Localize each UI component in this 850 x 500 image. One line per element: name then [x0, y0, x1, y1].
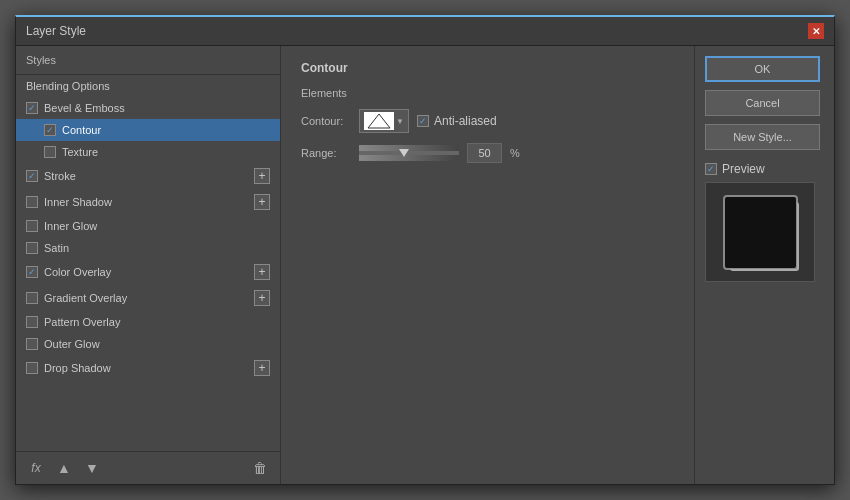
anti-alias-row: Anti-aliased — [417, 114, 497, 128]
range-track — [359, 151, 459, 155]
preview-inner — [723, 195, 798, 270]
layer-style-dialog: Layer Style ✕ Styles Blending Options Be… — [15, 15, 835, 485]
cancel-button[interactable]: Cancel — [705, 90, 820, 116]
new-style-button[interactable]: New Style... — [705, 124, 820, 150]
contour-section: Contour Elements Contour: ▼ — [301, 61, 674, 163]
sidebar-item-inner-shadow[interactable]: Inner Shadow + — [16, 189, 280, 215]
gradient-overlay-label: Gradient Overlay — [44, 292, 127, 304]
sidebar-item-bevel-emboss[interactable]: Bevel & Emboss — [16, 97, 280, 119]
sidebar-item-satin[interactable]: Satin — [16, 237, 280, 259]
sidebar-item-stroke[interactable]: Stroke + — [16, 163, 280, 189]
stroke-checkbox[interactable] — [26, 170, 38, 182]
sidebar-item-outer-glow[interactable]: Outer Glow — [16, 333, 280, 355]
left-panel: Styles Blending Options Bevel & Emboss C… — [16, 46, 281, 484]
fx-button[interactable]: fx — [26, 458, 46, 478]
gradient-overlay-checkbox[interactable] — [26, 292, 38, 304]
preview-label: Preview — [722, 162, 765, 176]
drop-shadow-label: Drop Shadow — [44, 362, 111, 374]
satin-label: Satin — [44, 242, 69, 254]
sidebar-item-texture[interactable]: Texture — [16, 141, 280, 163]
left-footer: fx ▲ ▼ 🗑 — [16, 451, 280, 484]
contour-dropdown-arrow: ▼ — [396, 117, 404, 126]
contour-field-label: Contour: — [301, 115, 351, 127]
gradient-overlay-plus-button[interactable]: + — [254, 290, 270, 306]
range-handle — [399, 149, 409, 157]
drop-shadow-plus-button[interactable]: + — [254, 360, 270, 376]
bevel-emboss-label: Bevel & Emboss — [44, 102, 125, 114]
range-field-label: Range: — [301, 147, 351, 159]
outer-glow-label: Outer Glow — [44, 338, 100, 350]
stroke-label: Stroke — [44, 170, 76, 182]
delete-button[interactable]: 🗑 — [250, 458, 270, 478]
stroke-plus-button[interactable]: + — [254, 168, 270, 184]
sidebar-item-drop-shadow[interactable]: Drop Shadow + — [16, 355, 280, 381]
sidebar-item-contour[interactable]: Contour — [16, 119, 280, 141]
contour-preview — [364, 112, 394, 130]
move-up-button[interactable]: ▲ — [54, 458, 74, 478]
blending-options-label: Blending Options — [26, 80, 110, 92]
range-value[interactable]: 50 — [467, 143, 502, 163]
color-overlay-checkbox[interactable] — [26, 266, 38, 278]
inner-shadow-plus-button[interactable]: + — [254, 194, 270, 210]
preview-checkbox-row: Preview — [705, 162, 765, 176]
contour-picker[interactable]: ▼ — [359, 109, 409, 133]
sidebar-item-pattern-overlay[interactable]: Pattern Overlay — [16, 311, 280, 333]
inner-glow-label: Inner Glow — [44, 220, 97, 232]
layer-list: Blending Options Bevel & Emboss Contour … — [16, 75, 280, 451]
sidebar-item-gradient-overlay[interactable]: Gradient Overlay + — [16, 285, 280, 311]
drop-shadow-checkbox[interactable] — [26, 362, 38, 374]
pattern-overlay-checkbox[interactable] — [26, 316, 38, 328]
sidebar-item-blending-options[interactable]: Blending Options — [16, 75, 280, 97]
bevel-emboss-checkbox[interactable] — [26, 102, 38, 114]
texture-label: Texture — [62, 146, 98, 158]
sidebar-item-color-overlay[interactable]: Color Overlay + — [16, 259, 280, 285]
styles-header: Styles — [16, 46, 280, 75]
sidebar-item-inner-glow[interactable]: Inner Glow — [16, 215, 280, 237]
inner-shadow-label: Inner Shadow — [44, 196, 112, 208]
elements-label: Elements — [301, 87, 674, 99]
anti-alias-checkbox[interactable] — [417, 115, 429, 127]
dialog-title: Layer Style — [26, 24, 86, 38]
ok-button[interactable]: OK — [705, 56, 820, 82]
contour-picker-row: Contour: ▼ Anti-aliased — [301, 109, 674, 133]
inner-shadow-checkbox[interactable] — [26, 196, 38, 208]
color-overlay-label: Color Overlay — [44, 266, 111, 278]
preview-section: Preview — [705, 162, 824, 282]
percent-label: % — [510, 147, 520, 159]
satin-checkbox[interactable] — [26, 242, 38, 254]
preview-checkbox[interactable] — [705, 163, 717, 175]
right-panel: OK Cancel New Style... Preview — [694, 46, 834, 484]
range-slider[interactable] — [359, 145, 459, 161]
pattern-overlay-label: Pattern Overlay — [44, 316, 120, 328]
anti-alias-label: Anti-aliased — [434, 114, 497, 128]
move-down-button[interactable]: ▼ — [82, 458, 102, 478]
preview-box — [705, 182, 815, 282]
title-bar: Layer Style ✕ — [16, 17, 834, 46]
contour-checkbox[interactable] — [44, 124, 56, 136]
section-title: Contour — [301, 61, 674, 75]
range-row: Range: 50 % — [301, 143, 674, 163]
inner-glow-checkbox[interactable] — [26, 220, 38, 232]
contour-label: Contour — [62, 124, 101, 136]
color-overlay-plus-button[interactable]: + — [254, 264, 270, 280]
center-panel: Contour Elements Contour: ▼ — [281, 46, 694, 484]
close-button[interactable]: ✕ — [808, 23, 824, 39]
texture-checkbox[interactable] — [44, 146, 56, 158]
outer-glow-checkbox[interactable] — [26, 338, 38, 350]
dialog-body: Styles Blending Options Bevel & Emboss C… — [16, 46, 834, 484]
